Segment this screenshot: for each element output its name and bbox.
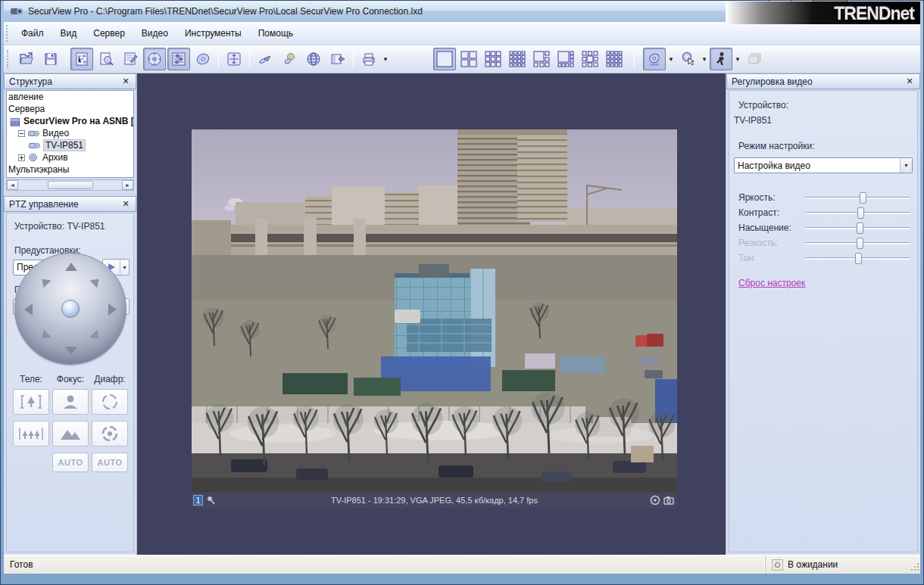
motion-person-button[interactable] (710, 48, 732, 70)
structure-tree-button[interactable] (70, 48, 93, 70)
layout-13-button[interactable] (579, 48, 601, 70)
chevron-down-icon[interactable]: ▼ (733, 48, 742, 70)
menu-item-сервер[interactable]: Сервер (85, 24, 133, 42)
chevron-down-icon[interactable]: ▼ (700, 48, 709, 70)
ptz-home-button[interactable] (61, 300, 80, 318)
layout-9-button[interactable] (482, 48, 504, 70)
slider-thumb[interactable] (860, 192, 866, 204)
menu-item-помощь[interactable]: Помощь (250, 24, 301, 42)
toolbar: ▼▼▼▼ (4, 45, 920, 73)
scroll-right-icon[interactable]: ► (122, 180, 133, 190)
ptz-control-button[interactable] (143, 48, 166, 70)
status-right-section: В ожидании (765, 555, 920, 574)
touch-hand-button[interactable] (676, 48, 699, 70)
event-log-button[interactable] (119, 48, 142, 70)
collapse-icon[interactable] (18, 130, 25, 137)
layout-13-icon (582, 51, 598, 67)
chevron-down-icon[interactable]: ▼ (120, 260, 129, 275)
focus-near-button[interactable] (52, 389, 89, 415)
layout-16b-button[interactable] (603, 48, 626, 70)
disc-button[interactable] (192, 48, 214, 70)
menu-item-инструменты[interactable]: Инструменты (176, 24, 250, 42)
menu-item-файл[interactable]: Файл (13, 24, 52, 42)
hand-touch-button[interactable] (278, 48, 301, 70)
scroll-left-icon[interactable]: ◄ (7, 180, 18, 190)
hand-touch-icon (281, 51, 298, 67)
hand-forward-button[interactable] (254, 48, 276, 70)
slider-thumb[interactable] (857, 222, 863, 234)
ptz-close-icon[interactable]: ✕ (120, 199, 131, 209)
record-disc-button[interactable] (643, 48, 666, 70)
camera-icon (28, 141, 41, 151)
server-icon (8, 117, 21, 126)
focus-auto-button[interactable]: AUTO (52, 453, 89, 472)
layout-6-button[interactable] (530, 48, 553, 70)
web-globe-button[interactable] (302, 48, 325, 70)
tree-item-сервера[interactable]: Сервера (7, 103, 133, 115)
video-tile[interactable]: 1 TV-IP851 - 19:31:29, VGA JPEG, 45,5 кб… (192, 129, 677, 508)
camera-icon (27, 129, 40, 138)
iris-close-button[interactable] (92, 421, 128, 447)
zoom-out-button[interactable] (13, 421, 49, 447)
chevron-down-icon[interactable]: ▼ (381, 48, 390, 70)
slider-track[interactable] (805, 192, 910, 203)
layout-6-icon (533, 51, 550, 67)
preview-search-button[interactable] (95, 48, 117, 70)
mode-select[interactable]: Настройка видео ▼ (734, 157, 913, 173)
fullscreen-button[interactable] (223, 48, 245, 70)
open-file-button[interactable] (15, 48, 38, 70)
toolbar-separator (353, 50, 354, 68)
chevron-down-icon[interactable]: ▼ (900, 158, 912, 173)
layout-1-button[interactable] (433, 48, 456, 70)
tree-item-label: авление (8, 92, 43, 102)
tree-horizontal-scrollbar[interactable]: ◄ ► (6, 179, 134, 191)
ptz-down-left-icon[interactable] (38, 330, 51, 343)
iris-open-button[interactable] (92, 389, 128, 415)
chevron-down-icon[interactable]: ▼ (666, 48, 676, 70)
zoom-tele-icon (20, 394, 42, 410)
reset-settings-link[interactable]: Сброс настроек (738, 278, 805, 288)
ptz-up-right-icon[interactable] (89, 275, 102, 288)
ptz-joystick[interactable] (14, 253, 126, 365)
scroll-thumb[interactable] (48, 181, 93, 189)
structure-close-icon[interactable]: ✕ (120, 76, 131, 86)
tree-item-tv-ip851[interactable]: TV-IP851 (7, 139, 133, 151)
expand-icon[interactable] (18, 154, 25, 161)
layout-4-button[interactable] (457, 48, 480, 70)
ptz-right-icon[interactable] (108, 303, 117, 316)
mode-value: Настройка видео (735, 160, 900, 171)
tree-item-securview-pro-на-asnb-[interactable]: SecurView Pro на ASNB [ (7, 115, 133, 127)
slider-track[interactable] (805, 222, 910, 233)
tree-item-авление[interactable]: авление (7, 91, 133, 103)
zoom-in-button[interactable] (13, 389, 49, 415)
iris-auto-button[interactable]: AUTO (92, 453, 128, 472)
layout-8-button[interactable] (554, 48, 577, 70)
resize-grip[interactable] (910, 563, 919, 572)
menu-item-вид[interactable]: Вид (52, 24, 86, 42)
event-log-icon (122, 51, 139, 67)
tree-item-label: TV-IP851 (43, 139, 86, 151)
adjust-close-icon[interactable]: ✕ (904, 76, 915, 86)
layout-16-button[interactable] (506, 48, 529, 70)
slider-track[interactable] (805, 207, 910, 218)
print-server-button[interactable] (357, 48, 380, 70)
tree-item-мультиэкраны[interactable]: Мультиэкраны (7, 163, 133, 176)
mountains-icon (59, 425, 82, 442)
tree-item-архив[interactable]: Архив (7, 151, 133, 163)
video-adjust-button[interactable] (167, 48, 190, 70)
left-dock: Структура ✕ авлениеСервераSecurView Pro … (4, 73, 137, 555)
ptz-left-icon[interactable] (24, 303, 33, 316)
ptz-up-icon[interactable] (65, 263, 77, 271)
ptz-down-icon[interactable] (65, 347, 77, 355)
slider-thumb[interactable] (857, 207, 864, 219)
focus-far-button[interactable] (52, 421, 89, 447)
multi-monitor-button[interactable] (743, 48, 766, 70)
ptz-down-right-icon[interactable] (89, 330, 102, 343)
toolbar-separator (634, 50, 635, 68)
tree-item-видео[interactable]: Видео (7, 127, 133, 139)
menu-item-видео[interactable]: Видео (133, 24, 176, 42)
save-button[interactable] (39, 48, 62, 70)
structure-panel-header: Структура ✕ (4, 73, 136, 89)
export-video-button[interactable] (326, 48, 349, 70)
ptz-up-left-icon[interactable] (38, 275, 51, 288)
